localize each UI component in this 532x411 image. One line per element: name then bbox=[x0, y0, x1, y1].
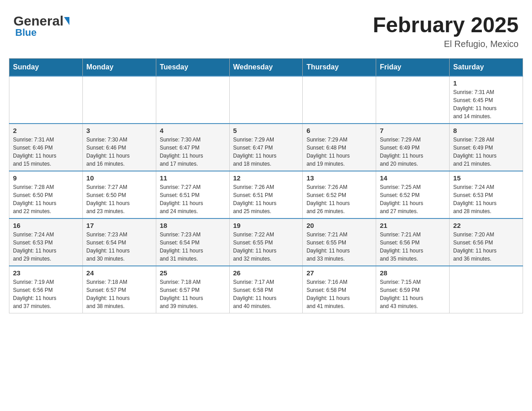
col-tuesday: Tuesday bbox=[156, 58, 229, 76]
calendar-day-cell bbox=[9, 76, 83, 124]
calendar-day-cell: 5Sunrise: 7:29 AM Sunset: 6:47 PM Daylig… bbox=[229, 124, 303, 171]
day-info: Sunrise: 7:26 AM Sunset: 6:51 PM Dayligh… bbox=[233, 183, 299, 215]
logo: General Blue bbox=[13, 13, 69, 39]
day-info: Sunrise: 7:15 AM Sunset: 6:59 PM Dayligh… bbox=[380, 278, 446, 310]
page-header: General Blue February 2025 El Refugio, M… bbox=[9, 9, 523, 54]
day-number: 2 bbox=[13, 127, 79, 134]
day-info: Sunrise: 7:29 AM Sunset: 6:49 PM Dayligh… bbox=[380, 136, 446, 168]
day-number: 1 bbox=[453, 79, 519, 87]
day-number: 7 bbox=[380, 127, 446, 134]
day-number: 21 bbox=[380, 222, 446, 229]
day-number: 14 bbox=[380, 174, 446, 182]
calendar-day-cell: 20Sunrise: 7:21 AM Sunset: 6:55 PM Dayli… bbox=[303, 218, 376, 266]
calendar-day-cell: 14Sunrise: 7:25 AM Sunset: 6:52 PM Dayli… bbox=[376, 171, 450, 218]
logo-blue-text: Blue bbox=[13, 27, 37, 39]
day-number: 25 bbox=[160, 269, 226, 277]
day-info: Sunrise: 7:22 AM Sunset: 6:55 PM Dayligh… bbox=[233, 231, 299, 263]
day-info: Sunrise: 7:28 AM Sunset: 6:49 PM Dayligh… bbox=[453, 136, 519, 168]
calendar-day-cell: 9Sunrise: 7:28 AM Sunset: 6:50 PM Daylig… bbox=[9, 171, 83, 218]
month-year-title: February 2025 bbox=[373, 13, 519, 37]
day-info: Sunrise: 7:27 AM Sunset: 6:50 PM Dayligh… bbox=[86, 183, 152, 215]
day-number: 11 bbox=[160, 174, 226, 182]
day-number: 3 bbox=[86, 127, 152, 134]
day-number: 16 bbox=[13, 222, 79, 229]
day-info: Sunrise: 7:29 AM Sunset: 6:48 PM Dayligh… bbox=[306, 136, 372, 168]
col-saturday: Saturday bbox=[450, 58, 523, 76]
day-number: 12 bbox=[233, 174, 299, 182]
calendar-day-cell: 12Sunrise: 7:26 AM Sunset: 6:51 PM Dayli… bbox=[229, 171, 303, 218]
calendar-day-cell: 26Sunrise: 7:17 AM Sunset: 6:58 PM Dayli… bbox=[229, 266, 303, 313]
calendar-day-cell: 22Sunrise: 7:20 AM Sunset: 6:56 PM Dayli… bbox=[450, 218, 523, 266]
col-thursday: Thursday bbox=[303, 58, 376, 76]
calendar-day-cell: 16Sunrise: 7:24 AM Sunset: 6:53 PM Dayli… bbox=[9, 218, 83, 266]
day-info: Sunrise: 7:18 AM Sunset: 6:57 PM Dayligh… bbox=[86, 278, 152, 310]
logo-arrow-icon bbox=[64, 17, 69, 25]
day-info: Sunrise: 7:23 AM Sunset: 6:54 PM Dayligh… bbox=[86, 231, 152, 263]
col-wednesday: Wednesday bbox=[229, 58, 303, 76]
day-number: 26 bbox=[233, 269, 299, 277]
calendar-day-cell: 10Sunrise: 7:27 AM Sunset: 6:50 PM Dayli… bbox=[82, 171, 156, 218]
day-info: Sunrise: 7:23 AM Sunset: 6:54 PM Dayligh… bbox=[160, 231, 226, 263]
day-number: 5 bbox=[233, 127, 299, 134]
day-info: Sunrise: 7:21 AM Sunset: 6:56 PM Dayligh… bbox=[380, 231, 446, 263]
calendar-table: Sunday Monday Tuesday Wednesday Thursday… bbox=[9, 58, 523, 313]
col-monday: Monday bbox=[82, 58, 156, 76]
day-info: Sunrise: 7:20 AM Sunset: 6:56 PM Dayligh… bbox=[453, 231, 519, 263]
day-info: Sunrise: 7:30 AM Sunset: 6:47 PM Dayligh… bbox=[160, 136, 226, 168]
day-info: Sunrise: 7:21 AM Sunset: 6:55 PM Dayligh… bbox=[306, 231, 372, 263]
day-number: 27 bbox=[306, 269, 372, 277]
calendar-day-cell: 8Sunrise: 7:28 AM Sunset: 6:49 PM Daylig… bbox=[450, 124, 523, 171]
calendar-day-cell: 3Sunrise: 7:30 AM Sunset: 6:46 PM Daylig… bbox=[82, 124, 156, 171]
day-number: 18 bbox=[160, 222, 226, 229]
logo-general-text: General bbox=[13, 13, 64, 29]
col-sunday: Sunday bbox=[9, 58, 83, 76]
title-block: February 2025 El Refugio, Mexico bbox=[373, 13, 519, 49]
calendar-day-cell: 4Sunrise: 7:30 AM Sunset: 6:47 PM Daylig… bbox=[156, 124, 229, 171]
calendar-week-4: 16Sunrise: 7:24 AM Sunset: 6:53 PM Dayli… bbox=[9, 218, 523, 266]
calendar-day-cell bbox=[303, 76, 376, 124]
calendar-day-cell: 1Sunrise: 7:31 AM Sunset: 6:45 PM Daylig… bbox=[450, 76, 523, 124]
day-info: Sunrise: 7:19 AM Sunset: 6:56 PM Dayligh… bbox=[13, 278, 79, 310]
calendar-day-cell: 15Sunrise: 7:24 AM Sunset: 6:53 PM Dayli… bbox=[450, 171, 523, 218]
day-number: 24 bbox=[86, 269, 152, 277]
day-info: Sunrise: 7:17 AM Sunset: 6:58 PM Dayligh… bbox=[233, 278, 299, 310]
calendar-day-cell: 19Sunrise: 7:22 AM Sunset: 6:55 PM Dayli… bbox=[229, 218, 303, 266]
day-number: 9 bbox=[13, 174, 79, 182]
day-info: Sunrise: 7:25 AM Sunset: 6:52 PM Dayligh… bbox=[380, 183, 446, 215]
day-info: Sunrise: 7:29 AM Sunset: 6:47 PM Dayligh… bbox=[233, 136, 299, 168]
calendar-day-cell: 28Sunrise: 7:15 AM Sunset: 6:59 PM Dayli… bbox=[376, 266, 450, 313]
day-number: 15 bbox=[453, 174, 519, 182]
calendar-day-cell: 11Sunrise: 7:27 AM Sunset: 6:51 PM Dayli… bbox=[156, 171, 229, 218]
day-number: 6 bbox=[306, 127, 372, 134]
calendar-day-cell: 24Sunrise: 7:18 AM Sunset: 6:57 PM Dayli… bbox=[82, 266, 156, 313]
calendar-day-cell bbox=[450, 266, 523, 313]
day-number: 19 bbox=[233, 222, 299, 229]
calendar-day-cell: 13Sunrise: 7:26 AM Sunset: 6:52 PM Dayli… bbox=[303, 171, 376, 218]
day-number: 28 bbox=[380, 269, 446, 277]
day-number: 17 bbox=[86, 222, 152, 229]
day-number: 10 bbox=[86, 174, 152, 182]
day-info: Sunrise: 7:28 AM Sunset: 6:50 PM Dayligh… bbox=[13, 183, 79, 215]
calendar-day-cell: 6Sunrise: 7:29 AM Sunset: 6:48 PM Daylig… bbox=[303, 124, 376, 171]
calendar-day-cell: 17Sunrise: 7:23 AM Sunset: 6:54 PM Dayli… bbox=[82, 218, 156, 266]
calendar-week-2: 2Sunrise: 7:31 AM Sunset: 6:46 PM Daylig… bbox=[9, 124, 523, 171]
day-number: 4 bbox=[160, 127, 226, 134]
calendar-week-3: 9Sunrise: 7:28 AM Sunset: 6:50 PM Daylig… bbox=[9, 171, 523, 218]
day-number: 8 bbox=[453, 127, 519, 134]
day-info: Sunrise: 7:24 AM Sunset: 6:53 PM Dayligh… bbox=[13, 231, 79, 263]
day-number: 23 bbox=[13, 269, 79, 277]
calendar-day-cell bbox=[376, 76, 450, 124]
day-info: Sunrise: 7:26 AM Sunset: 6:52 PM Dayligh… bbox=[306, 183, 372, 215]
location-subtitle: El Refugio, Mexico bbox=[373, 39, 519, 49]
calendar-day-cell: 18Sunrise: 7:23 AM Sunset: 6:54 PM Dayli… bbox=[156, 218, 229, 266]
calendar-header-row: Sunday Monday Tuesday Wednesday Thursday… bbox=[9, 58, 523, 76]
calendar-day-cell bbox=[82, 76, 156, 124]
calendar-week-5: 23Sunrise: 7:19 AM Sunset: 6:56 PM Dayli… bbox=[9, 266, 523, 313]
day-info: Sunrise: 7:27 AM Sunset: 6:51 PM Dayligh… bbox=[160, 183, 226, 215]
calendar-day-cell bbox=[229, 76, 303, 124]
calendar-day-cell: 2Sunrise: 7:31 AM Sunset: 6:46 PM Daylig… bbox=[9, 124, 83, 171]
day-info: Sunrise: 7:30 AM Sunset: 6:46 PM Dayligh… bbox=[86, 136, 152, 168]
calendar-day-cell: 21Sunrise: 7:21 AM Sunset: 6:56 PM Dayli… bbox=[376, 218, 450, 266]
day-number: 22 bbox=[453, 222, 519, 229]
calendar-day-cell: 25Sunrise: 7:18 AM Sunset: 6:57 PM Dayli… bbox=[156, 266, 229, 313]
